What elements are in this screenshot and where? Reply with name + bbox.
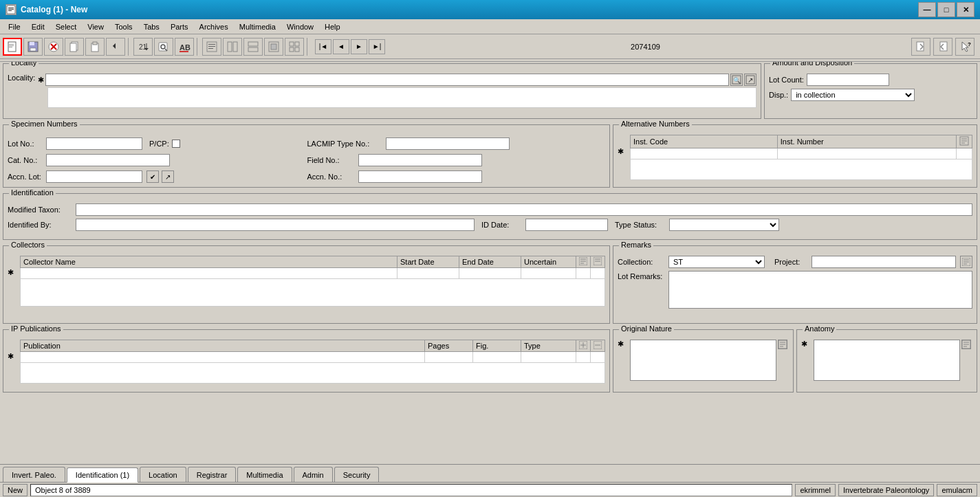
id-date-input[interactable] [525, 219, 608, 231]
lacmip-input[interactable] [386, 137, 510, 150]
publications-row[interactable] [21, 352, 605, 363]
orig-nature-icon-btn[interactable] [778, 340, 787, 349]
coll-view-cell [576, 268, 591, 279]
spellcheck-button[interactable]: ABC [175, 38, 194, 56]
publication-header: Publication [21, 340, 425, 352]
menu-parts[interactable]: Parts [165, 21, 194, 32]
identified-by-input[interactable] [76, 219, 475, 231]
pub-add-header[interactable] [576, 340, 591, 352]
fig-header: Fig. [473, 340, 521, 352]
collectors-title: Collectors [9, 241, 47, 249]
view4-button[interactable] [264, 38, 283, 56]
end-date-cell[interactable] [459, 268, 521, 279]
alt-numbers-row[interactable] [631, 148, 972, 159]
pub-type-cell[interactable] [521, 352, 576, 363]
collectors-row[interactable] [21, 268, 605, 279]
last-record-button[interactable]: ►| [369, 39, 385, 54]
menu-view[interactable]: View [82, 21, 109, 32]
svg-rect-29 [208, 48, 213, 49]
menu-select[interactable]: Select [50, 21, 83, 32]
inst-number-header: Inst. Number [777, 135, 956, 148]
tab-registrar[interactable]: Registrar [188, 467, 237, 482]
copy-right-button[interactable] [911, 38, 930, 56]
svg-text:?: ? [968, 41, 971, 47]
view2-button[interactable] [223, 38, 242, 56]
view3-button[interactable] [243, 38, 263, 56]
inst-code-cell[interactable] [631, 148, 778, 159]
pub-pages-cell[interactable] [425, 352, 473, 363]
modified-taxon-input[interactable] [76, 203, 972, 216]
cat-no-input[interactable] [46, 154, 170, 166]
locality-star: ✱ [38, 76, 44, 85]
restore-button[interactable]: □ [937, 2, 955, 17]
project-input[interactable] [812, 256, 956, 268]
menu-tools[interactable]: Tools [109, 21, 138, 32]
pcp-checkbox[interactable] [172, 140, 180, 148]
paste-button[interactable] [85, 38, 105, 56]
menu-file[interactable]: File [3, 21, 26, 32]
delete-button[interactable] [44, 38, 63, 56]
pub-fig-cell[interactable] [473, 352, 521, 363]
uncertain-cell[interactable] [521, 268, 576, 279]
collector-name-header: Collector Name [21, 256, 398, 268]
disp-select[interactable]: in collection discarded lost on loan [791, 89, 915, 101]
find-button[interactable] [154, 38, 173, 56]
save-button[interactable] [23, 38, 43, 56]
help-cursor-button[interactable]: ? [955, 38, 974, 56]
locality-input[interactable] [45, 74, 729, 86]
pub-remove-header[interactable] [591, 340, 605, 352]
type-status-select[interactable] [669, 219, 779, 231]
new-button[interactable] [3, 38, 22, 56]
lot-count-input[interactable] [807, 74, 889, 86]
accn-lot-search[interactable]: ✔ [146, 170, 159, 183]
tab-admin[interactable]: Admin [294, 467, 333, 482]
field-no-input[interactable] [358, 154, 482, 166]
view1-button[interactable] [202, 38, 221, 56]
first-record-button[interactable]: |◄ [315, 39, 331, 54]
minimize-button[interactable]: — [918, 2, 936, 17]
project-icon[interactable] [960, 256, 972, 268]
tab-multimedia[interactable]: Multimedia [237, 467, 292, 482]
menu-window[interactable]: Window [281, 21, 319, 32]
tab-security[interactable]: Security [334, 467, 380, 482]
department-indicator: Invertebrate Paleontology [838, 484, 934, 496]
accn-no-input[interactable] [358, 170, 482, 183]
svg-rect-3 [8, 10, 12, 11]
tab-invert-paleo[interactable]: Invert. Paleo. [3, 467, 65, 482]
svg-rect-2 [8, 9, 14, 10]
accn-lot-arrow[interactable]: ↗ [162, 170, 174, 183]
menu-edit[interactable]: Edit [26, 21, 50, 32]
locality-arrow-button[interactable]: ↗ [744, 74, 756, 86]
nav-group: |◄ ◄ ► ►| [315, 39, 385, 54]
collector-name-cell[interactable] [21, 268, 398, 279]
anatomy-icon-btn[interactable] [961, 340, 971, 349]
next-record-button[interactable]: ► [351, 39, 367, 54]
menu-tabs[interactable]: Tabs [138, 21, 165, 32]
start-date-cell[interactable] [398, 268, 459, 279]
view5-button[interactable] [285, 38, 304, 56]
sort-button[interactable]: 21 [133, 38, 153, 56]
window-controls[interactable]: — □ ✕ [918, 2, 974, 17]
close-button[interactable]: ✕ [957, 2, 974, 17]
collection-select[interactable]: ST [668, 256, 765, 268]
anatomy-area [814, 340, 960, 381]
menu-archives[interactable]: Archives [194, 21, 234, 32]
locality-search-button[interactable]: 🔍 [730, 74, 743, 86]
lot-no-input[interactable] [46, 137, 142, 150]
menu-help[interactable]: Help [319, 21, 346, 32]
lot-remarks-textarea[interactable] [668, 271, 972, 309]
inst-number-cell[interactable] [777, 148, 956, 159]
alt-numbers-empty-row [631, 159, 972, 180]
tab-identification[interactable]: Identification (1) [67, 467, 138, 483]
copy-record-button[interactable] [65, 38, 84, 56]
undo-button[interactable] [106, 38, 125, 56]
tab-location[interactable]: Location [140, 467, 186, 482]
pub-star: ✱ [8, 352, 19, 361]
menu-multimedia[interactable]: Multimedia [234, 21, 281, 32]
svg-rect-1 [8, 8, 14, 8]
copy-left-button[interactable] [933, 38, 952, 56]
accn-lot-input[interactable] [46, 170, 142, 183]
pub-name-cell[interactable] [21, 352, 425, 363]
identification-section: Identification Modified Taxon: Identifie… [3, 193, 977, 240]
prev-record-button[interactable]: ◄ [333, 39, 349, 54]
